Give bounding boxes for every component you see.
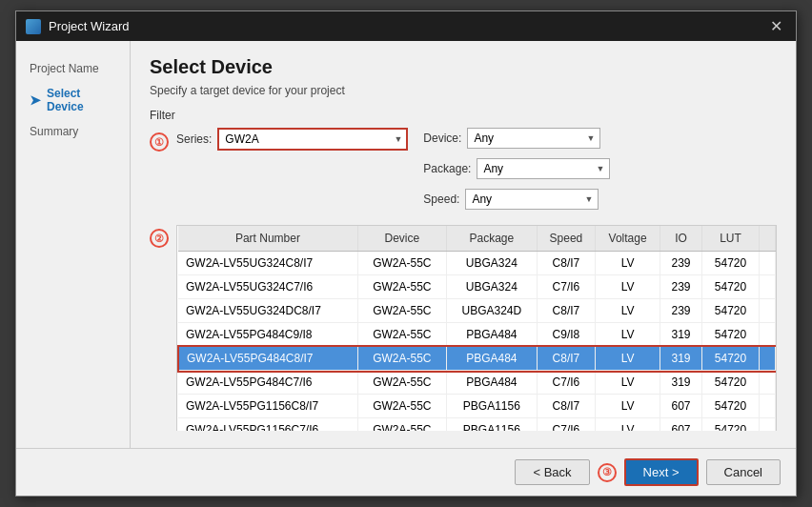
- table-cell: 54720: [702, 418, 760, 432]
- table-row[interactable]: GW2A-LV55PG484C7/I6GW2A-55CPBGA484C7/I6L…: [178, 371, 776, 395]
- table-cell: 319: [660, 347, 702, 371]
- cancel-button[interactable]: Cancel: [706, 459, 781, 485]
- table-row[interactable]: GW2A-LV55UG324C7/I6GW2A-55CUBGA324C7/I6L…: [178, 275, 776, 299]
- table-cell: 607: [660, 395, 702, 418]
- table-cell-extra: [760, 347, 776, 371]
- table-cell: LV: [596, 418, 660, 432]
- sidebar: Project Name ➤ Select Device Summary: [16, 41, 131, 448]
- table-cell: LV: [596, 252, 660, 275]
- table-cell: GW2A-LV55UG324C8/I7: [178, 252, 357, 275]
- table-cell: 54720: [702, 371, 760, 395]
- table-cell: PBGA1156: [446, 395, 537, 418]
- next-button[interactable]: Next >: [624, 458, 699, 486]
- package-select-wrapper: Any: [477, 158, 610, 179]
- main-content: Select Device Specify a target device fo…: [131, 41, 796, 448]
- table-cell: 319: [660, 323, 702, 347]
- col-extra: [760, 226, 776, 252]
- table-cell: GW2A-LV55UG324C7/I6: [178, 275, 357, 299]
- device-select[interactable]: Any: [467, 128, 600, 149]
- device-label: Device:: [423, 132, 461, 145]
- table-header-row: Part Number Device Package Speed Voltage…: [178, 226, 776, 252]
- table-cell: LV: [596, 395, 660, 418]
- table-row[interactable]: GW2A-LV55PG1156C8/I7GW2A-55CPBGA1156C8/I…: [178, 395, 776, 418]
- table-cell: C7/I6: [537, 371, 595, 395]
- table-cell: 607: [660, 418, 702, 432]
- sidebar-label-select-device: Select Device: [47, 87, 116, 113]
- badge-3: ③: [598, 463, 617, 482]
- dialog-body: Project Name ➤ Select Device Summary Sel…: [16, 41, 796, 448]
- table-cell: UBGA324: [446, 252, 537, 275]
- next-button-group: ③ Next >: [598, 458, 699, 486]
- table-cell: 319: [660, 371, 702, 395]
- table-row[interactable]: GW2A-LV55PG484C8/I7GW2A-55CPBGA484C8/I7L…: [178, 347, 776, 371]
- series-filter: Series: GW2A GW1N GW2AN GW1NR: [176, 128, 408, 151]
- speed-filter: Speed: Any: [423, 189, 610, 210]
- table-cell-extra: [760, 299, 776, 323]
- table-cell: 54720: [702, 299, 760, 323]
- table-cell: GW2A-LV55PG484C7/I6: [178, 371, 357, 395]
- table-cell: 54720: [702, 323, 760, 347]
- col-io: IO: [660, 226, 702, 252]
- speed-select-wrapper: Any: [465, 189, 599, 210]
- col-lut: LUT: [702, 226, 760, 252]
- table-cell: GW2A-55C: [357, 371, 446, 395]
- table-cell: 54720: [702, 275, 760, 299]
- speed-select[interactable]: Any: [465, 189, 599, 210]
- table-cell: GW2A-55C: [357, 347, 446, 371]
- sidebar-item-project-name[interactable]: Project Name: [26, 56, 120, 81]
- parts-table: Part Number Device Package Speed Voltage…: [177, 226, 776, 431]
- badge-1: ①: [150, 132, 169, 152]
- app-logo: [26, 19, 41, 34]
- table-cell: 54720: [702, 347, 760, 371]
- table-cell: GW2A-LV55PG1156C8/I7: [178, 395, 357, 418]
- table-cell: GW2A-55C: [357, 395, 446, 418]
- package-select[interactable]: Any: [477, 158, 610, 179]
- page-subtitle: Specify a target device for your project: [150, 84, 777, 97]
- series-select[interactable]: GW2A GW1N GW2AN GW1NR: [217, 128, 408, 151]
- table-cell: GW2A-LV55UG324DC8/I7: [178, 299, 357, 323]
- series-select-wrapper: GW2A GW1N GW2AN GW1NR: [217, 128, 408, 151]
- device-filter: Device: Any: [423, 128, 610, 149]
- back-button[interactable]: < Back: [515, 459, 589, 485]
- table-cell-extra: [760, 252, 776, 275]
- table-cell: C7/I6: [537, 275, 595, 299]
- sidebar-label-summary: Summary: [30, 125, 78, 138]
- table-cell: C8/I7: [537, 395, 595, 418]
- table-cell-extra: [760, 395, 776, 418]
- sidebar-label-project-name: Project Name: [30, 62, 99, 75]
- table-cell: GW2A-55C: [357, 252, 446, 275]
- close-button[interactable]: ✕: [766, 17, 786, 35]
- table-row[interactable]: GW2A-LV55PG1156C7/I6GW2A-55CPBGA1156C7/I…: [178, 418, 776, 432]
- sidebar-item-select-device[interactable]: ➤ Select Device: [26, 81, 120, 119]
- table-cell: LV: [596, 299, 660, 323]
- table-cell: PBGA484: [446, 347, 537, 371]
- device-table: Part Number Device Package Speed Voltage…: [176, 225, 777, 431]
- sidebar-item-summary[interactable]: Summary: [26, 119, 120, 144]
- table-scroll[interactable]: Part Number Device Package Speed Voltage…: [177, 226, 776, 431]
- table-cell: GW2A-55C: [357, 299, 446, 323]
- table-cell: LV: [596, 323, 660, 347]
- table-cell: GW2A-LV55PG484C8/I7: [178, 347, 357, 371]
- table-cell: 54720: [702, 252, 760, 275]
- table-cell-extra: [760, 275, 776, 299]
- table-row[interactable]: GW2A-LV55PG484C9/I8GW2A-55CPBGA484C9/I8L…: [178, 323, 776, 347]
- table-cell: C8/I7: [537, 252, 595, 275]
- table-cell: LV: [596, 275, 660, 299]
- table-cell: GW2A-LV55PG1156C7/I6: [178, 418, 357, 432]
- col-part-number: Part Number: [178, 226, 357, 252]
- table-cell: LV: [596, 371, 660, 395]
- table-row[interactable]: GW2A-LV55UG324C8/I7GW2A-55CUBGA324C8/I7L…: [178, 252, 776, 275]
- right-filters: Device: Any Package: Any: [423, 128, 610, 215]
- table-row[interactable]: GW2A-LV55UG324DC8/I7GW2A-55CUBGA324DC8/I…: [178, 299, 776, 323]
- col-speed: Speed: [537, 226, 595, 252]
- filter-row: ① Series: GW2A GW1N GW2AN GW1NR: [150, 128, 777, 215]
- col-voltage: Voltage: [596, 226, 660, 252]
- footer: < Back ③ Next > Cancel: [16, 448, 796, 496]
- package-filter: Package: Any: [423, 158, 610, 179]
- filter-label: Filter: [150, 109, 777, 122]
- dialog-title: Project Wizard: [49, 19, 759, 33]
- table-cell-extra: [760, 371, 776, 395]
- table-cell: GW2A-LV55PG484C9/I8: [178, 323, 357, 347]
- table-cell: C8/I7: [537, 299, 595, 323]
- table-cell: 239: [660, 275, 702, 299]
